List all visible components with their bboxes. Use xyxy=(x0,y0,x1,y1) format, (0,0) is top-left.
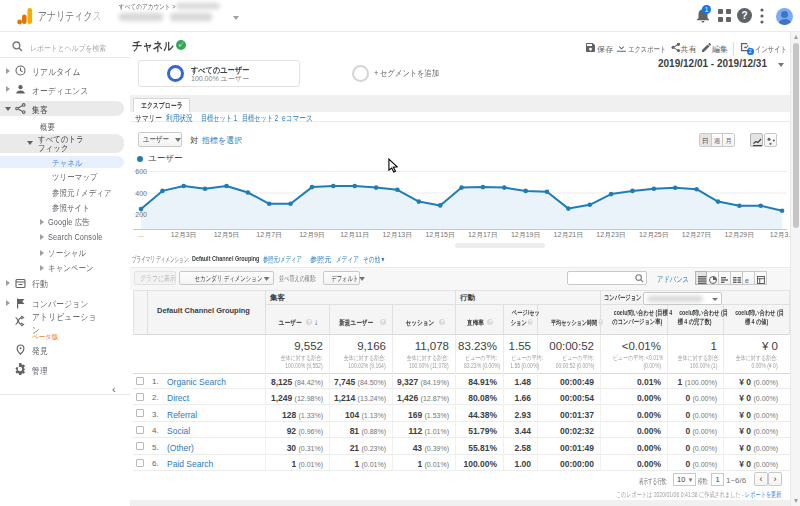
svg-text:12月17日: 12月17日 xyxy=(468,231,498,239)
svg-text:12月19日: 12月19日 xyxy=(511,231,541,239)
svg-text:12月3...: 12月3... xyxy=(770,231,790,239)
svg-text:12月9日: 12月9日 xyxy=(299,231,325,239)
svg-text:12月27日: 12月27日 xyxy=(682,231,712,239)
svg-text:12月5日: 12月5日 xyxy=(214,231,240,239)
svg-text:12月15日: 12月15日 xyxy=(425,231,455,239)
svg-text:12月11日: 12月11日 xyxy=(340,231,369,239)
svg-text:12月25日: 12月25日 xyxy=(639,231,669,239)
svg-text:12月3日: 12月3日 xyxy=(171,231,197,239)
svg-text:12月29日: 12月29日 xyxy=(725,231,755,239)
svg-text:200: 200 xyxy=(135,211,147,218)
svg-text:400: 400 xyxy=(135,190,147,197)
svg-text:12月7日: 12月7日 xyxy=(256,231,282,239)
svg-text:600: 600 xyxy=(135,168,147,175)
svg-text:12月13日: 12月13日 xyxy=(383,231,413,239)
svg-text:12月23日: 12月23日 xyxy=(596,231,626,239)
svg-text:12月21日: 12月21日 xyxy=(554,231,584,239)
svg-text:...: ... xyxy=(138,231,144,238)
svg-text:e: e xyxy=(745,277,749,284)
